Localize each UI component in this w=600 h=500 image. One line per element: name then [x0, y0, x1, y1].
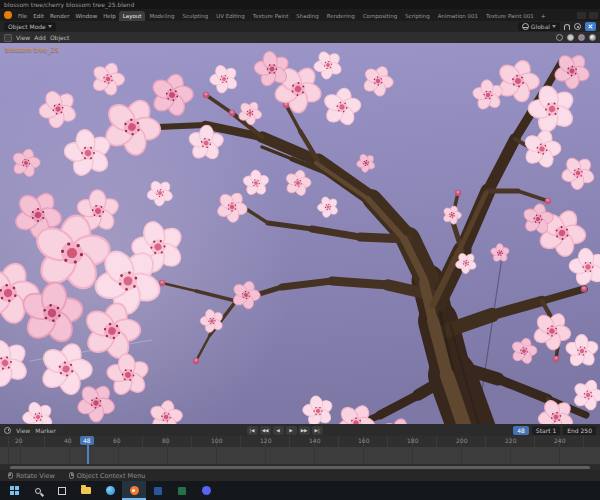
timeline-menu-marker[interactable]: Marker — [35, 427, 56, 434]
tab-uv-editing[interactable]: UV Editing — [212, 11, 249, 21]
tab-texture-paint-001[interactable]: Texture Paint 001 — [482, 11, 538, 21]
workspace-tabs: Layout Modeling Sculpting UV Editing Tex… — [119, 11, 549, 21]
timeline-menu-view[interactable]: View — [16, 427, 30, 434]
menu-object[interactable]: Object — [50, 34, 70, 41]
timeline-scrollbar[interactable] — [0, 464, 600, 470]
topbar: File Edit Render Window Help Layout Mode… — [0, 9, 600, 21]
viewport-header-row1: Object Mode Global — [0, 21, 600, 32]
scrollbar-thumb[interactable] — [10, 466, 590, 469]
timeline-editor-icon[interactable] — [4, 427, 11, 434]
tab-animation-001[interactable]: Animation 001 — [434, 11, 482, 21]
view-layer-selector[interactable] — [589, 12, 598, 19]
timeline-tick: 20 — [15, 437, 23, 444]
editor-type-icon[interactable] — [4, 34, 12, 42]
timeline-tick: 140 — [309, 437, 320, 444]
menu-edit[interactable]: Edit — [30, 13, 47, 21]
window-title: blossom tree/cherry blossom tree_25.blen… — [0, 0, 600, 9]
timeline-tick: 80 — [162, 437, 170, 444]
menu-add[interactable]: Add — [34, 34, 46, 41]
playback-controls: |◀ ◀◀ ◀ ▶ ▶▶ ▶| — [59, 426, 510, 435]
current-frame-field[interactable]: 48 — [513, 426, 529, 435]
tab-rendering[interactable]: Rendering — [323, 11, 359, 21]
menu-help[interactable]: Help — [100, 13, 119, 21]
close-button[interactable] — [585, 22, 596, 31]
tab-texture-paint[interactable]: Texture Paint — [249, 11, 293, 21]
menu-window[interactable]: Window — [72, 13, 100, 21]
jump-to-end-button[interactable]: ▶| — [312, 426, 323, 435]
shading-material-icon[interactable] — [578, 34, 585, 41]
chat-app-button[interactable] — [194, 481, 218, 500]
word-app-button[interactable] — [146, 481, 170, 500]
tab-layout[interactable]: Layout — [119, 11, 146, 21]
orientation-label: Global — [531, 23, 550, 30]
folder-icon — [81, 487, 91, 494]
mouse-left-icon — [8, 472, 13, 479]
frame-start-field[interactable]: Start 1 — [532, 426, 560, 435]
shading-wireframe-icon[interactable] — [556, 34, 563, 41]
tab-scripting[interactable]: Scripting — [401, 11, 433, 21]
browser-button[interactable] — [98, 481, 122, 500]
timeline-tick: 40 — [64, 437, 72, 444]
playhead-frame-badge[interactable]: 48 — [80, 436, 94, 445]
play-reverse-button[interactable]: ◀ — [273, 426, 284, 435]
status-bar: Rotate View Object Context Menu — [0, 470, 600, 481]
status-hint-context-menu: Object Context Menu — [69, 472, 146, 480]
frame-end-field[interactable]: End 250 — [563, 426, 596, 435]
browser-icon — [106, 486, 115, 495]
proportional-editing-icon[interactable] — [574, 23, 581, 30]
prev-keyframe-button[interactable]: ◀◀ — [260, 426, 271, 435]
task-view-button[interactable] — [50, 481, 74, 500]
shading-solid-icon[interactable] — [567, 34, 574, 41]
tab-shading[interactable]: Shading — [292, 11, 322, 21]
blender-app-icon — [130, 486, 139, 495]
tab-sculpting[interactable]: Sculpting — [178, 11, 212, 21]
transform-orientation-selector[interactable]: Global — [518, 22, 560, 31]
timeline-tick: 60 — [113, 437, 121, 444]
timeline-tick: 180 — [407, 437, 418, 444]
viewport-3d[interactable]: blossom tree_25 — [0, 43, 600, 424]
add-workspace-button[interactable]: + — [538, 12, 549, 21]
timeline-tick: 160 — [358, 437, 369, 444]
timeline-tick: 200 — [456, 437, 467, 444]
timeline-body[interactable]: 20 40 60 80 100 120 140 160 180 200 220 … — [0, 436, 600, 464]
timeline-tick: 120 — [260, 437, 271, 444]
file-explorer-button[interactable] — [74, 481, 98, 500]
play-button[interactable]: ▶ — [286, 426, 297, 435]
menu-file[interactable]: File — [15, 13, 30, 21]
blender-app-button[interactable] — [122, 481, 146, 500]
os-taskbar — [0, 481, 600, 500]
shading-rendered-icon[interactable] — [589, 34, 596, 41]
active-object-label: blossom tree_25 — [5, 46, 59, 54]
chat-icon — [202, 486, 211, 495]
timeline-tick: 240 — [554, 437, 565, 444]
jump-to-start-button[interactable]: |◀ — [247, 426, 258, 435]
status-hint-rotate: Rotate View — [8, 472, 55, 480]
timeline-tracks[interactable] — [0, 447, 600, 464]
next-keyframe-button[interactable]: ▶▶ — [299, 426, 310, 435]
status-hint-left-label: Rotate View — [16, 472, 55, 480]
tab-modeling[interactable]: Modeling — [145, 11, 178, 21]
menu-render[interactable]: Render — [47, 13, 73, 21]
viewport-header-row2: View Add Object — [0, 32, 600, 43]
taskbar-search-button[interactable] — [26, 481, 50, 500]
spreadsheet-icon — [178, 487, 186, 495]
menu-view[interactable]: View — [16, 34, 30, 41]
chevron-down-icon — [48, 25, 52, 28]
search-icon — [35, 488, 41, 494]
scene-selector[interactable] — [577, 12, 586, 19]
task-view-icon — [58, 487, 66, 495]
timeline-header: View Marker |◀ ◀◀ ◀ ▶ ▶▶ ▶| 48 Start 1 E… — [0, 424, 600, 436]
timeline-tick: 100 — [211, 437, 222, 444]
tab-compositing[interactable]: Compositing — [359, 11, 401, 21]
chevron-down-icon — [552, 25, 556, 28]
globe-icon — [522, 23, 529, 30]
mouse-right-icon — [69, 472, 74, 479]
spreadsheet-app-button[interactable] — [170, 481, 194, 500]
blender-logo-icon[interactable] — [4, 11, 12, 19]
word-icon — [154, 487, 162, 495]
mode-label: Object Mode — [8, 23, 46, 30]
mode-selector[interactable]: Object Mode — [4, 22, 56, 31]
snap-magnet-icon[interactable] — [564, 24, 570, 30]
windows-logo-icon — [10, 486, 19, 495]
start-button[interactable] — [2, 481, 26, 500]
